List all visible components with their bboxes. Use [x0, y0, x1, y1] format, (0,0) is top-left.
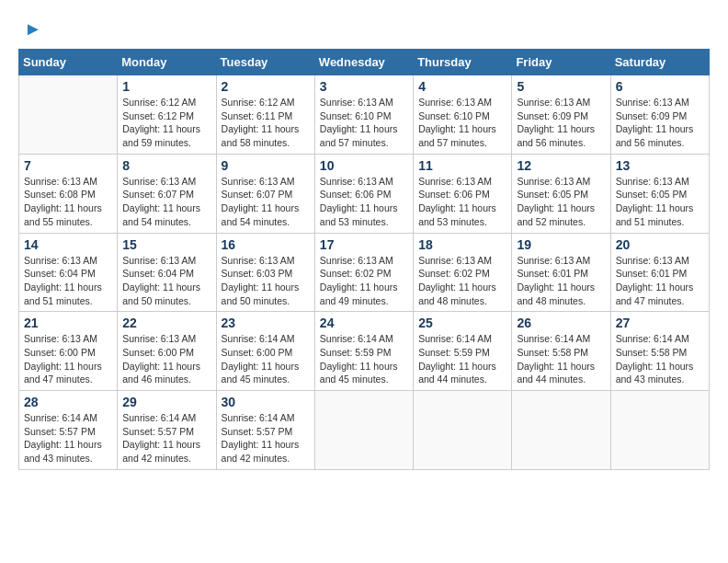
calendar-cell: 1Sunrise: 6:12 AM Sunset: 6:12 PM Daylig…	[118, 75, 216, 155]
header-friday: Friday	[512, 50, 610, 75]
calendar-cell: 10Sunrise: 6:13 AM Sunset: 6:06 PM Dayli…	[314, 154, 413, 233]
calendar-cell: 9Sunrise: 6:13 AM Sunset: 6:07 PM Daylig…	[216, 154, 314, 233]
logo: ►	[18, 18, 42, 40]
day-info: Sunrise: 6:12 AM Sunset: 6:11 PM Dayligh…	[222, 96, 310, 150]
logo-icon: ►	[24, 18, 42, 40]
day-number: 20	[616, 237, 704, 252]
day-number: 15	[122, 237, 210, 252]
calendar-cell: 29Sunrise: 6:14 AM Sunset: 5:57 PM Dayli…	[118, 391, 216, 470]
calendar-table: SundayMondayTuesdayWednesdayThursdayFrid…	[18, 49, 710, 470]
calendar-week-1: 1Sunrise: 6:12 AM Sunset: 6:12 PM Daylig…	[19, 75, 710, 155]
day-info: Sunrise: 6:13 AM Sunset: 6:07 PM Dayligh…	[222, 175, 310, 229]
calendar-cell: 22Sunrise: 6:13 AM Sunset: 6:00 PM Dayli…	[118, 312, 216, 391]
day-info: Sunrise: 6:13 AM Sunset: 6:08 PM Dayligh…	[24, 175, 112, 229]
calendar-cell: 15Sunrise: 6:13 AM Sunset: 6:04 PM Dayli…	[118, 233, 216, 312]
day-info: Sunrise: 6:14 AM Sunset: 5:57 PM Dayligh…	[24, 411, 112, 465]
day-number: 9	[222, 158, 310, 173]
calendar-cell: 21Sunrise: 6:13 AM Sunset: 6:00 PM Dayli…	[19, 312, 118, 391]
day-number: 5	[517, 79, 605, 94]
calendar-cell	[512, 391, 610, 470]
calendar-cell: 23Sunrise: 6:14 AM Sunset: 6:00 PM Dayli…	[216, 312, 314, 391]
calendar-cell: 17Sunrise: 6:13 AM Sunset: 6:02 PM Dayli…	[314, 233, 413, 312]
calendar-cell: 4Sunrise: 6:13 AM Sunset: 6:10 PM Daylig…	[414, 75, 512, 155]
calendar-cell: 26Sunrise: 6:14 AM Sunset: 5:58 PM Dayli…	[512, 312, 610, 391]
day-info: Sunrise: 6:14 AM Sunset: 5:57 PM Dayligh…	[222, 411, 310, 465]
day-number: 22	[122, 316, 210, 330]
day-number: 4	[418, 79, 506, 94]
day-info: Sunrise: 6:13 AM Sunset: 6:04 PM Dayligh…	[122, 254, 210, 308]
calendar-cell	[610, 391, 709, 470]
calendar-cell: 7Sunrise: 6:13 AM Sunset: 6:08 PM Daylig…	[19, 154, 118, 233]
day-info: Sunrise: 6:13 AM Sunset: 6:01 PM Dayligh…	[616, 254, 704, 308]
day-info: Sunrise: 6:14 AM Sunset: 5:57 PM Dayligh…	[122, 411, 210, 465]
day-info: Sunrise: 6:13 AM Sunset: 6:02 PM Dayligh…	[418, 254, 506, 308]
day-number: 2	[222, 79, 310, 94]
day-info: Sunrise: 6:14 AM Sunset: 5:59 PM Dayligh…	[320, 332, 408, 386]
day-info: Sunrise: 6:13 AM Sunset: 6:06 PM Dayligh…	[320, 175, 408, 229]
day-info: Sunrise: 6:12 AM Sunset: 6:12 PM Dayligh…	[122, 96, 210, 150]
day-number: 18	[418, 237, 506, 252]
day-number: 16	[222, 237, 310, 252]
header-sunday: Sunday	[19, 50, 118, 75]
calendar-header-row: SundayMondayTuesdayWednesdayThursdayFrid…	[19, 50, 710, 75]
day-number: 11	[418, 158, 506, 173]
day-info: Sunrise: 6:13 AM Sunset: 6:01 PM Dayligh…	[517, 254, 605, 308]
day-number: 26	[517, 316, 605, 330]
day-number: 28	[24, 395, 112, 409]
day-info: Sunrise: 6:13 AM Sunset: 6:10 PM Dayligh…	[320, 96, 408, 150]
day-info: Sunrise: 6:13 AM Sunset: 6:02 PM Dayligh…	[320, 254, 408, 308]
day-number: 10	[320, 158, 408, 173]
day-info: Sunrise: 6:13 AM Sunset: 6:03 PM Dayligh…	[222, 254, 310, 308]
calendar-cell: 19Sunrise: 6:13 AM Sunset: 6:01 PM Dayli…	[512, 233, 610, 312]
day-info: Sunrise: 6:14 AM Sunset: 5:59 PM Dayligh…	[418, 332, 506, 386]
calendar-week-2: 7Sunrise: 6:13 AM Sunset: 6:08 PM Daylig…	[19, 154, 710, 233]
day-number: 21	[24, 316, 112, 330]
calendar-cell: 27Sunrise: 6:14 AM Sunset: 5:58 PM Dayli…	[610, 312, 709, 391]
day-number: 19	[517, 237, 605, 252]
calendar-cell: 14Sunrise: 6:13 AM Sunset: 6:04 PM Dayli…	[19, 233, 118, 312]
day-number: 14	[24, 237, 112, 252]
day-number: 24	[320, 316, 408, 330]
day-number: 7	[24, 158, 112, 173]
calendar-cell: 12Sunrise: 6:13 AM Sunset: 6:05 PM Dayli…	[512, 154, 610, 233]
day-number: 17	[320, 237, 408, 252]
header-tuesday: Tuesday	[216, 50, 314, 75]
calendar-cell: 20Sunrise: 6:13 AM Sunset: 6:01 PM Dayli…	[610, 233, 709, 312]
calendar-cell: 2Sunrise: 6:12 AM Sunset: 6:11 PM Daylig…	[216, 75, 314, 155]
day-info: Sunrise: 6:13 AM Sunset: 6:05 PM Dayligh…	[616, 175, 704, 229]
day-info: Sunrise: 6:14 AM Sunset: 5:58 PM Dayligh…	[616, 332, 704, 386]
header-monday: Monday	[118, 50, 216, 75]
day-number: 23	[222, 316, 310, 330]
header: ►	[18, 18, 710, 40]
day-number: 12	[517, 158, 605, 173]
day-info: Sunrise: 6:13 AM Sunset: 6:10 PM Dayligh…	[418, 96, 506, 150]
day-info: Sunrise: 6:13 AM Sunset: 6:05 PM Dayligh…	[517, 175, 605, 229]
day-info: Sunrise: 6:13 AM Sunset: 6:00 PM Dayligh…	[24, 332, 112, 386]
calendar-cell: 13Sunrise: 6:13 AM Sunset: 6:05 PM Dayli…	[610, 154, 709, 233]
day-number: 3	[320, 79, 408, 94]
day-info: Sunrise: 6:13 AM Sunset: 6:04 PM Dayligh…	[24, 254, 112, 308]
day-info: Sunrise: 6:13 AM Sunset: 6:06 PM Dayligh…	[418, 175, 506, 229]
calendar-cell	[19, 75, 118, 155]
day-number: 25	[418, 316, 506, 330]
day-info: Sunrise: 6:14 AM Sunset: 6:00 PM Dayligh…	[222, 332, 310, 386]
day-number: 8	[122, 158, 210, 173]
calendar-cell: 24Sunrise: 6:14 AM Sunset: 5:59 PM Dayli…	[314, 312, 413, 391]
calendar-cell: 11Sunrise: 6:13 AM Sunset: 6:06 PM Dayli…	[414, 154, 512, 233]
day-info: Sunrise: 6:13 AM Sunset: 6:00 PM Dayligh…	[122, 332, 210, 386]
calendar-week-5: 28Sunrise: 6:14 AM Sunset: 5:57 PM Dayli…	[19, 391, 710, 470]
calendar-week-4: 21Sunrise: 6:13 AM Sunset: 6:00 PM Dayli…	[19, 312, 710, 391]
calendar-week-3: 14Sunrise: 6:13 AM Sunset: 6:04 PM Dayli…	[19, 233, 710, 312]
day-number: 1	[122, 79, 210, 94]
day-number: 27	[616, 316, 704, 330]
header-saturday: Saturday	[610, 50, 709, 75]
day-info: Sunrise: 6:14 AM Sunset: 5:58 PM Dayligh…	[517, 332, 605, 386]
header-wednesday: Wednesday	[314, 50, 413, 75]
calendar-cell	[314, 391, 413, 470]
day-number: 13	[616, 158, 704, 173]
calendar-cell: 25Sunrise: 6:14 AM Sunset: 5:59 PM Dayli…	[414, 312, 512, 391]
day-info: Sunrise: 6:13 AM Sunset: 6:09 PM Dayligh…	[616, 96, 704, 150]
day-number: 29	[122, 395, 210, 409]
day-info: Sunrise: 6:13 AM Sunset: 6:09 PM Dayligh…	[517, 96, 605, 150]
calendar-cell: 28Sunrise: 6:14 AM Sunset: 5:57 PM Dayli…	[19, 391, 118, 470]
